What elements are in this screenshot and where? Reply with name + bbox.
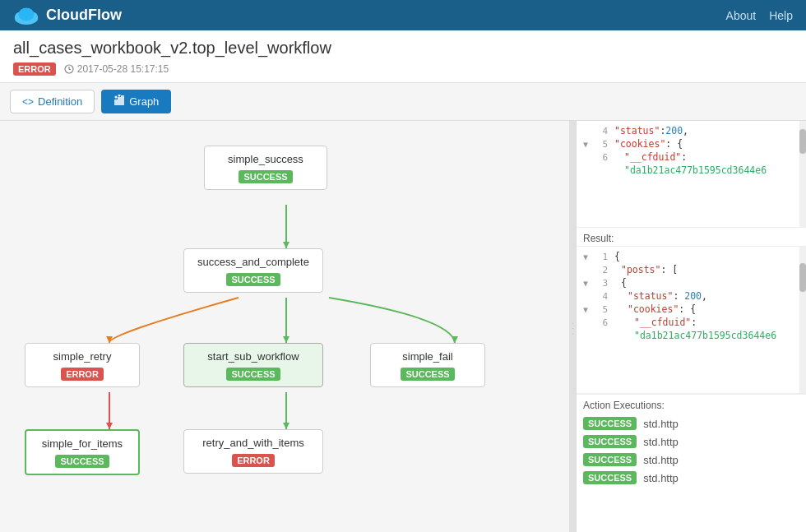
json-line: ▼ 5 "cookies": { — [577, 137, 806, 150]
node-status-badge: ERROR — [61, 368, 104, 381]
logo: CloudFlow — [13, 7, 122, 25]
node-status-badge: SUCCESS — [226, 368, 280, 381]
graph-area[interactable]: simple_success SUCCESS success_and_compl… — [0, 121, 569, 532]
json-line: ▼ 1 { — [577, 250, 806, 263]
json-top-section[interactable]: 4 "status": 200, ▼ 5 "cookies": { 6 "__c… — [577, 121, 806, 228]
node-simple-fail[interactable]: simple_fail SUCCESS — [370, 343, 485, 387]
svg-marker-17 — [452, 336, 458, 343]
svg-point-10 — [115, 96, 118, 99]
svg-marker-13 — [283, 242, 290, 248]
node-label: retry_and_with_items — [194, 437, 313, 449]
action-item-4[interactable]: SUCCESS std.http — [583, 469, 799, 487]
action-executions-section: Action Executions: SUCCESS std.http SUCC… — [577, 394, 806, 490]
svg-marker-14 — [106, 336, 113, 343]
tab-definition-label: Definition — [38, 95, 82, 108]
panel-divider[interactable]: · · · — [569, 121, 576, 532]
node-simple-success[interactable]: simple_success SUCCESS — [204, 146, 327, 190]
definition-icon: <> — [22, 96, 34, 108]
action-executions-label: Action Executions: — [583, 400, 799, 411]
action-name: std.http — [643, 418, 679, 430]
scrollbar-track[interactable] — [799, 121, 806, 227]
right-panel: 4 "status": 200, ▼ 5 "cookies": { 6 "__c… — [576, 121, 806, 532]
header: CloudFlow About Help — [0, 0, 806, 30]
action-status-badge: SUCCESS — [583, 435, 637, 448]
svg-marker-19 — [106, 423, 113, 429]
node-success-and-complete[interactable]: success_and_complete SUCCESS — [183, 248, 323, 293]
node-status-badge: SUCCESS — [55, 455, 109, 468]
node-label: simple_for_items — [36, 437, 128, 450]
node-status-badge: SUCCESS — [239, 170, 292, 183]
cloud-icon — [13, 7, 39, 25]
node-label: simple_fail — [381, 350, 475, 363]
node-label: success_and_complete — [194, 256, 313, 268]
action-name: std.http — [643, 472, 679, 484]
node-start-sub-workflow[interactable]: start_sub_workflow SUCCESS — [183, 343, 323, 387]
clock-icon — [64, 64, 74, 74]
result-scrollbar-thumb[interactable] — [799, 263, 806, 292]
page-meta: ERROR 2017-05-28 15:17:15 — [13, 62, 793, 76]
node-label: start_sub_workflow — [194, 350, 313, 363]
nav-help[interactable]: Help — [769, 9, 793, 22]
tabs-bar: <> Definition Graph — [0, 83, 806, 121]
tab-definition[interactable]: <> Definition — [10, 90, 95, 113]
node-label: simple_success — [215, 153, 317, 165]
json-line: 6 "__cfduid": — [577, 150, 806, 164]
main-layout: simple_success SUCCESS success_and_compl… — [0, 121, 806, 532]
json-result-section[interactable]: ▼ 1 { 2 "posts": [ ▼ 3 { 4 "status": 200… — [577, 246, 806, 394]
svg-point-3 — [19, 7, 35, 21]
action-status-badge: SUCCESS — [583, 417, 637, 430]
logo-text: CloudFlow — [46, 7, 122, 24]
json-line: 4 "status": 200, — [577, 124, 806, 137]
action-status-badge: SUCCESS — [583, 471, 637, 484]
action-item-1[interactable]: SUCCESS std.http — [583, 414, 799, 433]
action-item-2[interactable]: SUCCESS std.http — [583, 433, 799, 451]
json-line: 2 "posts": [ — [577, 263, 806, 276]
graph-icon — [113, 95, 125, 109]
scrollbar-thumb[interactable] — [799, 129, 806, 154]
timestamp-text: 2017-05-28 15:17:15 — [77, 63, 169, 75]
tab-graph-label: Graph — [129, 95, 159, 108]
node-retry-and-with-items[interactable]: retry_and_with_items ERROR — [183, 429, 323, 474]
json-line: ▼ 3 { — [577, 276, 806, 289]
action-name: std.http — [643, 436, 679, 448]
nav-about[interactable]: About — [726, 9, 757, 22]
result-scrollbar-track[interactable] — [799, 247, 806, 393]
node-label: simple_retry — [35, 350, 129, 363]
node-status-badge: SUCCESS — [401, 368, 454, 381]
json-line: "da1b21ac477b1595cd3644e6 — [577, 329, 806, 342]
node-status-badge: SUCCESS — [226, 273, 280, 286]
tab-graph[interactable]: Graph — [101, 90, 171, 113]
node-status-badge: ERROR — [232, 454, 275, 467]
svg-marker-21 — [283, 423, 290, 429]
svg-rect-8 — [118, 97, 121, 105]
node-simple-retry[interactable]: simple_retry ERROR — [25, 343, 140, 387]
node-simple-for-items[interactable]: simple_for_items SUCCESS — [25, 429, 140, 475]
json-line: 4 "status": 200, — [577, 289, 806, 303]
svg-point-11 — [118, 95, 121, 97]
svg-rect-9 — [121, 95, 124, 105]
action-status-badge: SUCCESS — [583, 453, 637, 466]
page-title: all_cases_workbook_v2.top_level_workflow — [13, 39, 793, 58]
timestamp: 2017-05-28 15:17:15 — [64, 63, 169, 75]
result-label: Result: — [577, 228, 806, 246]
action-item-3[interactable]: SUCCESS std.http — [583, 451, 799, 469]
header-nav: About Help — [726, 9, 793, 22]
status-badge: ERROR — [13, 62, 56, 76]
svg-rect-7 — [114, 99, 118, 105]
svg-marker-16 — [283, 336, 290, 343]
json-line: "da1b21ac477b1595cd3644e6 — [577, 164, 806, 177]
json-line: ▼ 5 "cookies": { — [577, 303, 806, 316]
json-line: 6 "__cfduid": — [577, 316, 806, 329]
action-name: std.http — [643, 454, 679, 466]
page-title-area: all_cases_workbook_v2.top_level_workflow… — [0, 30, 806, 83]
